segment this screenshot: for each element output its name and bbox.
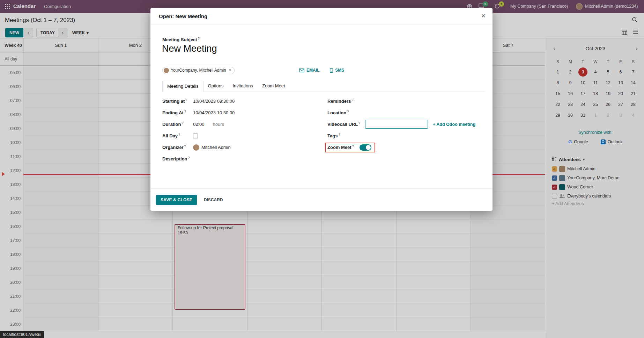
all-day-checkbox[interactable] <box>193 134 198 138</box>
meeting-subject-label-text: Meeting Subject <box>162 37 197 42</box>
field-reminders: Reminders? <box>327 95 475 107</box>
help-icon: ? <box>178 133 180 136</box>
field-all-day: All Day? <box>162 130 235 142</box>
help-icon: ? <box>351 98 353 102</box>
status-bar: localhost:8017/web# <box>0 331 44 338</box>
form-left-column: Starting at? 10/04/2023 08:30:00 Ending … <box>162 95 235 165</box>
meeting-subject-input[interactable]: New Meeting <box>162 43 217 54</box>
tab-invitations[interactable]: Invitations <box>228 81 258 92</box>
description-label-text: Description <box>162 157 187 162</box>
remove-tag-icon[interactable]: × <box>229 68 231 73</box>
field-duration: Duration? 02:00 hours <box>162 118 235 130</box>
duration-label-text: Duration <box>162 122 181 127</box>
help-icon: ? <box>185 98 187 102</box>
sms-button[interactable]: SMS <box>330 68 344 73</box>
zoom-meet-label: Zoom Meet? <box>327 144 354 150</box>
zoom-meet-label-text: Zoom Meet <box>327 145 351 150</box>
form-right-column: Reminders? Location? Videocall URL? + Ad… <box>327 95 475 153</box>
help-icon: ? <box>347 110 349 113</box>
modal-footer: SAVE & CLOSE DISCARD <box>150 188 493 211</box>
new-meeting-modal: Open: New Meeting × Meeting Subject? New… <box>150 8 493 211</box>
help-icon: ? <box>182 121 183 125</box>
reminders-label: Reminders? <box>327 98 365 104</box>
field-zoom-meet: Zoom Meet? <box>327 142 475 153</box>
organizer-label-text: Organizer <box>162 145 184 150</box>
location-label: Location? <box>327 110 365 115</box>
add-odoo-meeting-link[interactable]: + Add Odoo meeting <box>433 122 475 127</box>
screen: Calendar Configuration 5 2 My Company (S… <box>0 0 644 338</box>
help-icon: ? <box>198 37 200 40</box>
envelope-icon <box>299 69 304 72</box>
modal-tabs: Meeting Details Options Invitations Zoom… <box>162 81 485 92</box>
attendee-tag[interactable]: YourCompany, Mitchell Admin × <box>162 67 235 74</box>
tab-meeting-details[interactable]: Meeting Details <box>162 81 203 92</box>
tab-zoom-meet[interactable]: Zoom Meet <box>258 81 290 92</box>
email-button-label: EMAIL <box>306 68 319 73</box>
zoom-meet-highlight: Zoom Meet? <box>325 143 375 152</box>
zoom-meet-toggle[interactable] <box>360 144 371 151</box>
tags-label-text: Tags <box>327 134 338 139</box>
communication-buttons: EMAIL SMS <box>299 66 344 74</box>
videocall-url-label: Videocall URL? <box>327 121 365 127</box>
field-organizer: Organizer? Mitchell Admin <box>162 142 235 153</box>
help-icon: ? <box>184 144 186 148</box>
starting-at-label: Starting at? <box>162 98 193 104</box>
ending-at-label-text: Ending At <box>162 110 184 116</box>
organizer-label: Organizer? <box>162 144 193 150</box>
field-videocall-url: Videocall URL? + Add Odoo meeting <box>327 118 475 130</box>
modal-header: Open: New Meeting × <box>150 8 493 25</box>
starting-at-label-text: Starting at <box>162 99 185 104</box>
field-location: Location? <box>327 107 475 118</box>
attendee-tag-row: YourCompany, Mitchell Admin × <box>162 66 235 74</box>
avatar <box>193 144 199 151</box>
location-label-text: Location <box>327 110 346 116</box>
discard-button[interactable]: DISCARD <box>204 197 223 202</box>
help-icon: ? <box>188 156 190 159</box>
duration-value[interactable]: 02:00 <box>193 122 205 127</box>
duration-unit: hours <box>213 122 224 127</box>
sms-button-label: SMS <box>335 68 344 73</box>
field-description: Description? <box>162 153 235 165</box>
all-day-label: All Day? <box>162 133 193 138</box>
field-starting-at: Starting at? 10/04/2023 08:30:00 <box>162 95 235 107</box>
tab-options[interactable]: Options <box>203 81 228 92</box>
help-icon: ? <box>358 121 360 125</box>
starting-at-value[interactable]: 10/04/2023 08:30:00 <box>193 99 235 104</box>
mobile-icon <box>330 68 333 73</box>
organizer-value[interactable]: Mitchell Admin <box>201 145 231 150</box>
description-label: Description? <box>162 156 193 161</box>
reminders-label-text: Reminders <box>327 99 351 104</box>
ending-at-value[interactable]: 10/04/2023 10:30:00 <box>193 110 235 115</box>
email-button[interactable]: EMAIL <box>299 68 319 73</box>
attendee-tag-label: YourCompany, Mitchell Admin <box>171 68 226 73</box>
help-icon: ? <box>352 144 354 148</box>
help-icon: ? <box>338 133 340 136</box>
all-day-label-text: All Day <box>162 134 178 139</box>
avatar <box>164 68 169 73</box>
field-ending-at: Ending At? 10/04/2023 10:30:00 <box>162 107 235 118</box>
save-close-button[interactable]: SAVE & CLOSE <box>156 195 197 205</box>
meeting-subject-label: Meeting Subject? <box>162 37 200 42</box>
ending-at-label: Ending At? <box>162 110 193 115</box>
close-icon[interactable]: × <box>481 12 486 20</box>
field-tags: Tags? <box>327 130 475 142</box>
videocall-url-label-text: Videocall URL <box>327 122 358 127</box>
tags-label: Tags? <box>327 133 365 138</box>
modal-title: Open: New Meeting <box>159 13 207 19</box>
duration-label: Duration? <box>162 121 193 127</box>
videocall-url-input[interactable] <box>365 120 428 129</box>
help-icon: ? <box>184 110 186 113</box>
